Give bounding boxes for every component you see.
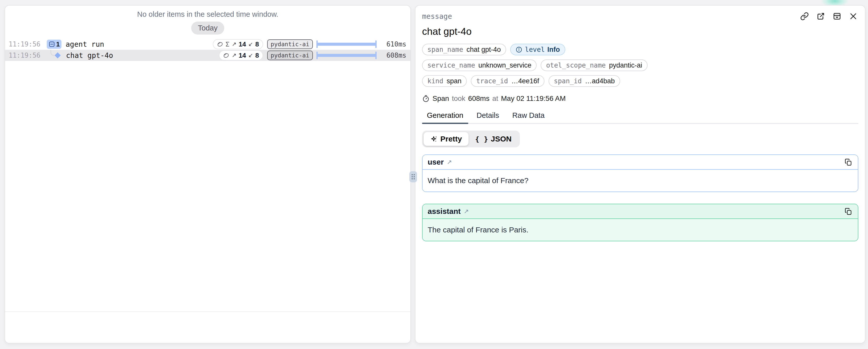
attr-pill-otel-scope-name[interactable]: otel_scope_name pydantic-ai <box>541 59 647 71</box>
detail-header: message <box>422 6 858 21</box>
span-timing-line: Span took 608ms at May 02 11:19:56 AM <box>422 94 858 103</box>
attr-pill-span-id[interactable]: span_id …ad4bab <box>549 75 620 87</box>
message-card-assistant: assistant ↗ The capital of France is Par… <box>422 204 858 241</box>
trace-row-chat-gpt4o[interactable]: 11:19:56 chat gpt-4o ↗ 14 ↙ 8 pydantic-a… <box>5 50 410 61</box>
attr-key: kind <box>427 77 443 85</box>
timing-timestamp: May 02 11:19:56 AM <box>501 94 566 103</box>
span-kind-label: message <box>422 12 800 21</box>
tab-generation[interactable]: Generation <box>422 111 468 123</box>
attr-key: otel_scope_name <box>546 61 606 69</box>
attr-pill-kind[interactable]: kind span <box>422 75 467 87</box>
expand-arrow-icon[interactable]: ↗ <box>447 158 452 166</box>
duration-timeline-bar <box>316 40 377 49</box>
attr-pill-trace-id[interactable]: trace_id …4ee16f <box>471 75 545 87</box>
collapse-children-badge[interactable]: 1 <box>47 40 61 49</box>
duration-label: 610ms <box>380 40 406 48</box>
tokens-input-arrow-icon: ↗ <box>231 41 236 47</box>
attr-key: span_id <box>554 77 582 85</box>
row-timestamp: 11:19:56 <box>9 40 43 48</box>
attr-pill-level[interactable]: level Info <box>510 44 565 55</box>
token-usage-pill: Σ ↗ 14 ↙ 8 <box>213 39 263 49</box>
panel-resize-handle[interactable] <box>409 171 417 182</box>
attr-pill-span-name[interactable]: span_name chat gpt-4o <box>422 44 506 55</box>
attr-value: Info <box>547 46 560 54</box>
message-content: The capital of France is Paris. <box>423 219 858 241</box>
trace-rows: 11:19:56 1 agent run Σ ↗ 14 ↙ 8 pydantic… <box>5 39 410 61</box>
attr-value: pydantic-ai <box>609 61 642 69</box>
tokens-coin-icon <box>223 52 229 59</box>
stopwatch-icon <box>422 95 430 102</box>
row-timestamp: 11:19:56 <box>9 52 43 59</box>
span-detail-panel: message chat gpt-4o span_nam <box>415 5 865 343</box>
attr-key: trace_id <box>476 77 508 85</box>
duration-label: 608ms <box>380 52 406 59</box>
span-diamond-icon <box>55 52 61 58</box>
tab-raw-data[interactable]: Raw Data <box>507 111 549 123</box>
empty-window-notice: No older items in the selected time wind… <box>5 6 410 19</box>
span-title: chat gpt-4o <box>422 26 858 37</box>
elbow-and-diamond-icon <box>43 50 63 61</box>
tokens-input-count: 14 <box>239 40 246 48</box>
attr-value: …ad4bab <box>585 77 615 85</box>
view-mode-toggle: Pretty { } JSON <box>422 131 520 147</box>
timing-duration: 608ms <box>468 94 489 103</box>
today-chip[interactable]: Today <box>191 22 224 35</box>
timing-span-word: Span <box>432 94 449 103</box>
close-icon <box>849 12 858 21</box>
trace-row-agent-run[interactable]: 11:19:56 1 agent run Σ ↗ 14 ↙ 8 pydantic… <box>5 39 410 50</box>
detail-header-actions <box>800 11 858 21</box>
token-usage-pill: ↗ 14 ↙ 8 <box>219 50 263 60</box>
attr-key: level <box>525 46 545 53</box>
json-view-button[interactable]: { } JSON <box>468 132 518 146</box>
drag-dots-icon <box>411 173 415 180</box>
message-header: assistant ↗ <box>423 204 858 219</box>
detail-tabs: Generation Details Raw Data <box>422 111 858 124</box>
timing-at-word: at <box>492 94 498 103</box>
list-footer-divider <box>5 311 410 312</box>
message-header: user ↗ <box>423 155 858 170</box>
span-name: agent run <box>65 40 104 49</box>
copy-icon <box>844 158 852 166</box>
trace-list-panel: No older items in the selected time wind… <box>5 5 411 343</box>
attr-value: …4ee16f <box>511 77 539 85</box>
message-role: assistant <box>428 207 461 216</box>
attr-value: chat gpt-4o <box>466 46 501 54</box>
link-icon <box>800 12 809 21</box>
collapse-minus-icon <box>49 41 55 47</box>
expand-arrow-icon[interactable]: ↗ <box>464 208 469 215</box>
attr-key: span_name <box>427 46 463 53</box>
scope-badge[interactable]: pydantic-ai <box>267 39 313 49</box>
pretty-label: Pretty <box>440 135 462 143</box>
message-content: What is the capital of France? <box>423 170 858 192</box>
duration-timeline-bar <box>316 51 377 60</box>
copy-icon <box>844 208 852 215</box>
copy-message-button[interactable] <box>844 207 853 216</box>
pretty-view-button[interactable]: Pretty <box>424 132 468 146</box>
tokens-input-count: 14 <box>239 52 246 59</box>
sparkles-icon <box>430 135 438 143</box>
tab-details[interactable]: Details <box>472 111 504 123</box>
open-in-new-button[interactable] <box>816 11 826 21</box>
tokens-input-arrow-icon: ↗ <box>231 52 236 59</box>
attr-value: span <box>447 77 462 85</box>
tokens-output-arrow-icon: ↙ <box>248 52 253 59</box>
today-chip-row: Today <box>5 22 410 35</box>
conversation-messages: user ↗ What is the capital of France? as… <box>422 154 858 241</box>
timing-took-word: took <box>452 94 465 103</box>
close-panel-button[interactable] <box>848 11 858 21</box>
message-role: user <box>428 158 444 166</box>
attribute-pills: span_name chat gpt-4o level Info service… <box>422 44 858 87</box>
span-name: chat gpt-4o <box>66 51 113 60</box>
copy-link-button[interactable] <box>800 11 810 21</box>
message-card-user: user ↗ What is the capital of France? <box>422 154 858 192</box>
tokens-output-arrow-icon: ↙ <box>248 41 253 47</box>
tokens-output-count: 8 <box>255 40 259 48</box>
scope-badge[interactable]: pydantic-ai <box>267 51 313 60</box>
collapse-panel-icon <box>833 12 841 21</box>
tokens-output-count: 8 <box>255 52 259 59</box>
sigma-total-icon: Σ <box>225 41 229 48</box>
copy-message-button[interactable] <box>844 157 853 167</box>
attr-pill-service-name[interactable]: service_name unknown_service <box>422 59 536 71</box>
tree-connector <box>43 50 63 61</box>
collapse-panel-button[interactable] <box>832 11 842 21</box>
